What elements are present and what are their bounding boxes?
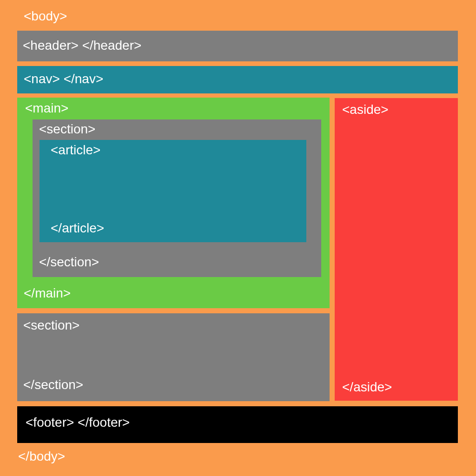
aside-open-tag: <aside> xyxy=(342,102,389,117)
nav-tag: <nav> </nav> xyxy=(24,72,103,86)
body-close-tag: </body> xyxy=(18,449,65,464)
main-close-tag: </main> xyxy=(24,286,71,301)
article-close-tag: </article> xyxy=(51,221,104,236)
footer-tag: <footer> </footer> xyxy=(26,415,130,430)
aside-box xyxy=(335,98,458,401)
header-tag: <header> </header> xyxy=(23,38,141,53)
section-close-tag-outer: </section> xyxy=(23,377,83,392)
html-layout-diagram: <body> <header> </header> <nav> </nav> <… xyxy=(0,0,476,476)
section-close-tag-inner: </section> xyxy=(39,255,99,270)
body-open-tag: <body> xyxy=(24,9,67,24)
section-open-tag-inner: <section> xyxy=(39,122,95,137)
article-open-tag: <article> xyxy=(51,143,100,158)
section-open-tag-outer: <section> xyxy=(23,318,79,333)
aside-close-tag: </aside> xyxy=(342,380,392,395)
main-open-tag: <main> xyxy=(25,101,68,116)
